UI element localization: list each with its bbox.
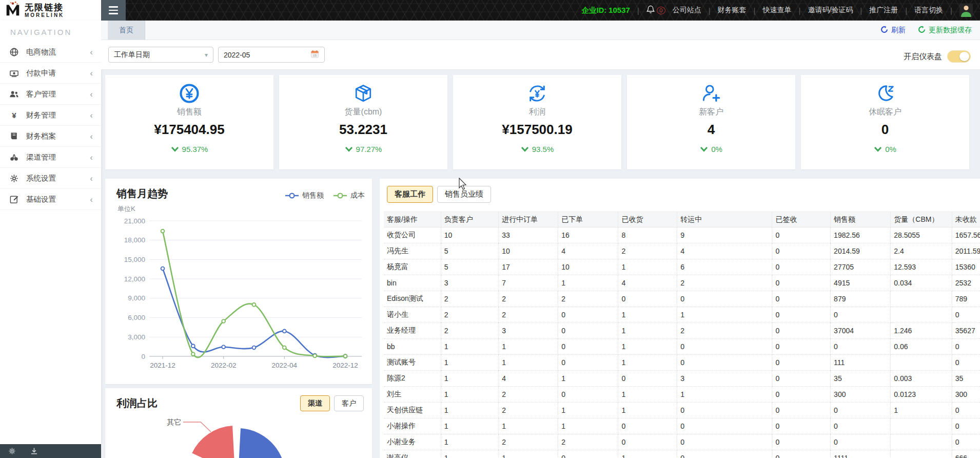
kpi-label: 休眠客户	[801, 107, 969, 118]
table-column-header: 负责客户	[441, 212, 498, 227]
header-menu-item[interactable]: 财务账套	[718, 6, 747, 15]
table-row[interactable]: 谢高仪1101001111666	[384, 450, 980, 458]
download-icon[interactable]	[30, 447, 38, 455]
table-cell: 小谢业务	[384, 434, 441, 450]
table-cell: 3	[677, 371, 772, 387]
profit-view-button-客户[interactable]: 客户	[334, 395, 364, 411]
table-column-header: 销售额	[831, 212, 891, 227]
logo[interactable]: 无限链接 MORELINK	[0, 0, 101, 21]
header-menu-item[interactable]: 语言切换	[914, 6, 943, 15]
table-cell: 0	[952, 403, 980, 418]
table-row[interactable]: 小谢操作11100000	[384, 418, 980, 434]
table-cell: 2	[441, 291, 498, 307]
table-row[interactable]: 陈源2141030350.00335	[384, 371, 980, 387]
table-cell: 2	[499, 307, 558, 323]
menu-separator: |	[798, 6, 800, 15]
table-cell: 5	[441, 243, 498, 259]
chevron-left-icon: ‹	[90, 90, 93, 99]
sales-trend-card: 销售月趋势 单位K 销售额成本 03,0006,0009,00012,00015…	[105, 179, 372, 384]
table-row[interactable]: 测试账号1101001110	[384, 355, 980, 371]
logo-subtitle: MORELINK	[25, 12, 64, 18]
profit-title: 利润占比	[116, 396, 158, 410]
payment-icon	[9, 68, 19, 78]
table-cell: 测试账号	[384, 355, 441, 371]
table-row[interactable]: 冯先生51042402014.592.42011.59	[384, 243, 980, 259]
sidebar-item-财务管理[interactable]: ¥ 财务管理 ‹	[0, 105, 101, 126]
kpi-label: 利润	[453, 107, 621, 118]
sidebar-item-label: 付款申请	[26, 68, 56, 78]
menu-separator: |	[709, 6, 711, 15]
table-cell: 2011.59	[952, 243, 980, 259]
header-menu-item[interactable]: 快速查单	[762, 6, 791, 15]
user-avatar[interactable]	[959, 4, 973, 17]
table-row[interactable]: 业务经理230120370041.24635627	[384, 323, 980, 339]
kpi-change: 95.37%	[105, 145, 273, 154]
sidebar-item-label: 基础设置	[26, 195, 56, 204]
table-row[interactable]: 收货公司1033168901982.5628.50551657.56	[384, 227, 980, 243]
table-cell: 111	[831, 355, 891, 371]
update-cache-button[interactable]: 更新数据缓存	[918, 26, 972, 35]
table-cell: 879	[831, 291, 891, 307]
table-row[interactable]: 杨竟富517101602770512.59315360	[384, 259, 980, 275]
date-type-select[interactable]: 工作单日期 ▾	[108, 47, 213, 63]
table-cell: 2014.59	[831, 243, 891, 259]
sidebar-item-基础设置[interactable]: 基础设置 ‹	[0, 189, 101, 210]
enterprise-id: 企业ID:10537	[582, 6, 630, 15]
table-cell: 1	[441, 339, 498, 355]
tab-home[interactable]: 首页	[108, 21, 145, 40]
table-row[interactable]: bb11010000.060	[384, 339, 980, 355]
table-row[interactable]: bin37142049150.0342532	[384, 275, 980, 291]
settings-gear-icon[interactable]	[8, 447, 16, 455]
table-row[interactable]: 小谢业务12200000	[384, 434, 980, 450]
table-cell	[891, 418, 952, 434]
header-menu-item[interactable]: 公司站点	[673, 6, 701, 15]
header-menu-item[interactable]: 推广注册	[869, 6, 898, 15]
table-column-header: 已下单	[558, 212, 618, 227]
sidebar-toggle-hamburger-icon[interactable]	[101, 0, 126, 21]
table-tab-销售员业绩[interactable]: 销售员业绩	[437, 186, 491, 203]
table-row[interactable]: Edison测试222000879789	[384, 291, 980, 307]
table-row[interactable]: 刘生1201103000.0123300	[384, 387, 980, 403]
table-column-header: 进行中订单	[499, 212, 558, 227]
header-menu-item[interactable]: 邀请码/验证码	[808, 6, 853, 15]
table-cell: 1657.56	[952, 227, 980, 243]
legend-item-成本[interactable]: 成本	[333, 191, 365, 200]
table-cell: 17	[499, 259, 558, 275]
dashboard-toggle[interactable]	[947, 50, 971, 63]
table-cell: 0	[772, 339, 831, 355]
table-cell: 0.0123	[891, 387, 952, 403]
table-tab-客服工作[interactable]: 客服工作	[387, 186, 433, 203]
new-user-icon	[700, 82, 722, 105]
date-picker-input[interactable]: 2022-05 15	[218, 47, 325, 63]
sidebar-item-客户管理[interactable]: 客户管理 ‹	[0, 84, 101, 105]
kpi-label: 货量(cbm)	[279, 107, 447, 118]
table-row[interactable]: 诺小生22011000	[384, 307, 980, 323]
sidebar-item-电商物流[interactable]: 电商物流 ‹	[0, 42, 101, 63]
table-row[interactable]: 天创供应链121100010	[384, 403, 980, 418]
kpi-change: 0%	[627, 145, 795, 154]
sidebar-item-label: 系统设置	[26, 174, 56, 183]
table-column-header: 已签收	[772, 212, 831, 227]
sales-trend-chart: 03,0006,0009,00012,00015,00018,00021,000…	[109, 214, 368, 381]
table-cell: 1	[891, 403, 952, 418]
svg-text:9,000: 9,000	[128, 294, 145, 302]
chevron-left-icon: ‹	[90, 174, 93, 183]
legend-item-销售额[interactable]: 销售额	[285, 191, 324, 200]
table-column-header: 未收款	[952, 212, 980, 227]
table-cell: 1	[618, 387, 677, 403]
logo-title: 无限链接	[25, 3, 64, 12]
sidebar-item-付款申请[interactable]: 付款申请 ‹	[0, 63, 101, 84]
sidebar-item-系统设置[interactable]: 系统设置 ‹	[0, 168, 101, 189]
refresh-button[interactable]: 刷新	[880, 26, 906, 35]
table-cell: 35627	[952, 323, 980, 339]
table-cell: 35	[831, 371, 891, 387]
menu-separator: |	[754, 6, 756, 15]
kpi-value: 0	[801, 122, 969, 138]
notification-bell[interactable]: 0	[646, 5, 665, 15]
chevron-left-icon: ‹	[90, 153, 93, 162]
table-cell: 1	[441, 403, 498, 418]
profit-view-button-渠道[interactable]: 渠道	[300, 395, 330, 411]
table-cell: 业务经理	[384, 323, 441, 339]
sidebar-item-财务档案[interactable]: 财务档案 ‹	[0, 126, 101, 147]
sidebar-item-渠道管理[interactable]: 渠道管理 ‹	[0, 147, 101, 168]
